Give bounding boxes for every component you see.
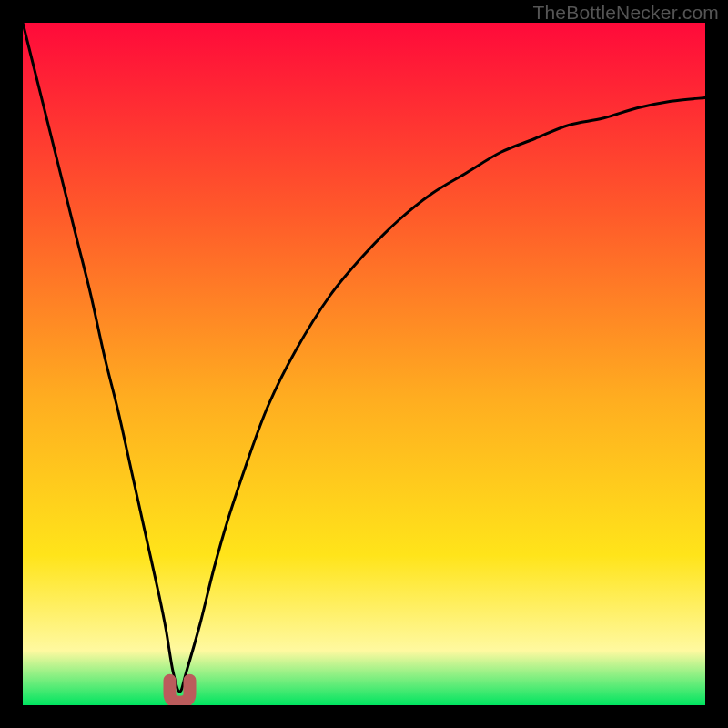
chart-outer-frame: TheBottleNecker.com <box>0 0 728 728</box>
chart-plot-area <box>23 23 705 705</box>
attribution-text: TheBottleNecker.com <box>532 2 719 24</box>
gradient-background <box>23 23 705 705</box>
chart-svg <box>23 23 705 705</box>
